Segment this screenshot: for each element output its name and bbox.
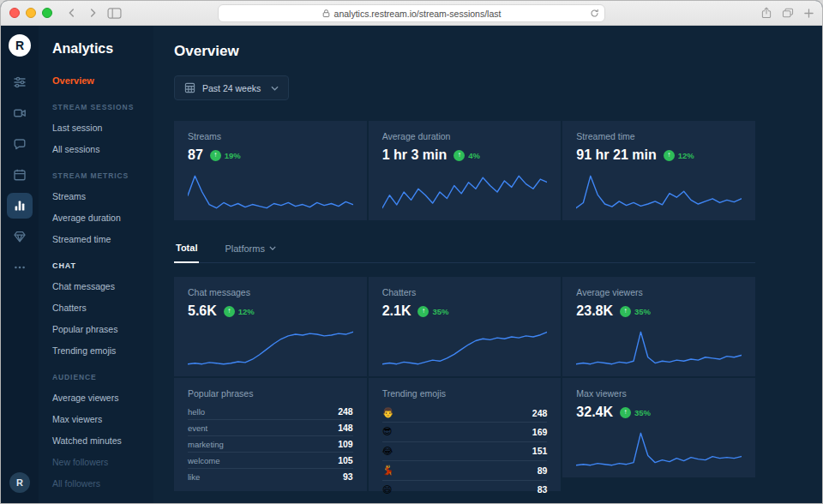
rail-item-studio[interactable] [7, 100, 33, 126]
sidebar-section-chat: CHAT [52, 261, 140, 270]
phrase-label: marketing [188, 440, 224, 449]
card-streamed-time: Streamed time 91 hr 21 min ↑ 12% [562, 121, 755, 220]
sidebar-item-new-followers[interactable]: New followers [52, 457, 140, 467]
restream-logo[interactable]: R [9, 34, 31, 57]
phrase-count: 105 [338, 455, 353, 465]
sidebar-item-streams[interactable]: Streams [52, 191, 140, 201]
tabs-icon [782, 8, 794, 18]
chevron-right-icon [87, 7, 99, 19]
user-avatar[interactable]: R [9, 472, 30, 493]
minimize-window-button[interactable] [26, 8, 36, 18]
chevron-left-icon [66, 7, 78, 19]
sidebar: Analytics Overview STREAM SESSIONS Last … [39, 26, 153, 503]
ellipsis-icon [13, 261, 27, 274]
chatters-sparkline [382, 328, 548, 368]
forward-button[interactable] [87, 7, 99, 19]
rail-item-upgrade[interactable] [7, 224, 33, 249]
stat-value: 1 hr 3 min [382, 147, 448, 163]
sidebar-item-overview[interactable]: Overview [52, 75, 140, 86]
rail-item-analytics[interactable] [7, 193, 33, 219]
phrase-row: like 93 [188, 468, 353, 484]
share-button[interactable] [761, 7, 772, 19]
sidebar-section-stream-sessions: STREAM SESSIONS [52, 103, 140, 111]
stat-value: 91 hr 21 min [576, 147, 656, 163]
card-trending-emojis: Trending emojis 👨 248 😎 169 😂 [369, 378, 562, 491]
back-button[interactable] [66, 7, 78, 19]
up-arrow-icon: ↑ [620, 306, 631, 317]
sidebar-item-trending-emojis[interactable]: Trending emojis [52, 345, 140, 356]
delta-badge: ↑ 12% [224, 306, 255, 317]
delta-percent: 12% [678, 151, 694, 160]
chat-messages-sparkline [188, 328, 353, 368]
emoji-icon: 😎 [382, 425, 392, 438]
view-tabs: Total Platforms [174, 243, 755, 263]
phrase-label: like [188, 472, 200, 482]
sidebar-item-average-duration[interactable]: Average duration [52, 213, 140, 223]
main-content: Overview Past 24 weeks Streams 8 [153, 26, 822, 503]
rail-item-channels[interactable] [7, 69, 33, 95]
emoji-icon: 💃 [382, 464, 394, 477]
reload-button[interactable] [590, 9, 599, 18]
card-chat-messages: Chat messages 5.6K ↑ 12% [174, 277, 367, 376]
bar-chart-icon [13, 199, 27, 213]
streams-sparkline [188, 172, 353, 212]
delta-badge: ↑ 35% [418, 306, 448, 317]
date-range-filter[interactable]: Past 24 weeks [174, 75, 289, 100]
emoji-icon: 😄 [382, 483, 392, 496]
rail-item-more[interactable] [7, 255, 33, 280]
card-popular-phrases: Popular phrases hello 248 event 148 [174, 378, 367, 491]
date-range-label: Past 24 weeks [202, 83, 261, 93]
sidebar-item-all-sessions[interactable]: All sessions [52, 144, 140, 154]
app-shell: R R [1, 26, 822, 503]
top-stats-row: Streams 87 ↑ 19% Average duration [174, 121, 755, 220]
address-bar[interactable]: analytics.restream.io/stream-sessions/la… [218, 4, 605, 22]
phrase-row: event 148 [188, 419, 353, 435]
video-camera-icon [13, 106, 27, 120]
reload-icon [590, 9, 599, 18]
phrases-list: hello 248 event 148 marketing 109 [188, 404, 353, 484]
stat-label: Chatters [382, 287, 548, 297]
emoji-count: 151 [532, 446, 548, 456]
stat-label: Chat messages [188, 287, 353, 297]
sidebar-item-streamed-time[interactable]: Streamed time [52, 234, 140, 244]
zoom-window-button[interactable] [42, 8, 52, 18]
sidebar-toggle-button[interactable] [107, 8, 122, 19]
max-viewers-sparkline [576, 429, 742, 469]
phrase-count: 93 [343, 471, 353, 482]
up-arrow-icon: ↑ [224, 306, 235, 317]
tab-overview-button[interactable] [782, 8, 794, 18]
new-tab-button[interactable] [804, 9, 814, 18]
card-average-duration: Average duration 1 hr 3 min ↑ 4% [369, 121, 562, 220]
sidebar-item-last-session[interactable]: Last session [52, 123, 140, 133]
emoji-row: 😂 151 [382, 441, 548, 460]
sidebar-item-max-viewers[interactable]: Max viewers [52, 414, 140, 424]
rail-item-events[interactable] [7, 162, 33, 188]
share-icon [761, 7, 772, 19]
up-arrow-icon: ↑ [664, 150, 675, 161]
sidebar-item-all-followers[interactable]: All followers [52, 478, 140, 489]
browser-window: analytics.restream.io/stream-sessions/la… [0, 0, 823, 504]
average-duration-sparkline [382, 172, 548, 212]
up-arrow-icon: ↑ [454, 150, 465, 161]
delta-badge: ↑ 19% [210, 150, 241, 161]
delta-badge: ↑ 35% [620, 407, 651, 418]
sidebar-item-popular-phrases[interactable]: Popular phrases [52, 324, 140, 334]
stat-label: Max viewers [576, 388, 742, 399]
phrase-label: event [188, 423, 207, 433]
tab-total[interactable]: Total [174, 243, 199, 263]
emoji-icon: 👨 [382, 406, 394, 419]
tab-platforms[interactable]: Platforms [223, 243, 277, 262]
close-window-button[interactable] [9, 8, 20, 18]
sidebar-item-average-viewers[interactable]: Average viewers [52, 393, 140, 403]
sidebar-item-chatters[interactable]: Chatters [52, 303, 140, 313]
stat-value: 32.4K [576, 405, 613, 420]
phrase-label: welcome [188, 456, 220, 465]
delta-percent: 35% [432, 307, 448, 316]
stat-label: Streams [188, 131, 353, 141]
delta-badge: ↑ 4% [454, 150, 480, 161]
calendar-icon [13, 168, 27, 182]
sidebar-item-watched-minutes[interactable]: Watched minutes [52, 435, 140, 446]
up-arrow-icon: ↑ [210, 150, 221, 161]
rail-item-chat[interactable] [7, 131, 33, 157]
sidebar-item-chat-messages[interactable]: Chat messages [52, 281, 140, 291]
